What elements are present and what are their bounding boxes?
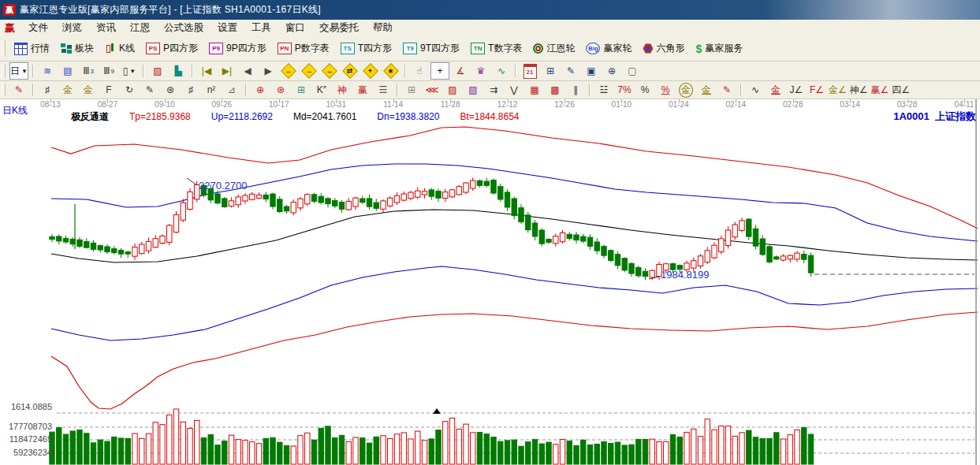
toolbar-t-square-button[interactable]: TST四方形	[335, 39, 397, 58]
stats-bars-button[interactable]: ☳	[594, 81, 613, 99]
toolbar-gann-wheel-button[interactable]: 江恩轮	[527, 39, 580, 58]
drag-hand-button[interactable]: ☝	[410, 62, 429, 80]
menu-trade[interactable]: 交易委托	[312, 21, 366, 35]
box-select-button[interactable]: ⊞	[402, 81, 421, 99]
shift-right-button[interactable]: →	[300, 62, 319, 80]
shen-tool-button[interactable]: 神	[333, 81, 352, 99]
expand-bars-button[interactable]: +	[361, 62, 380, 80]
toolbar-winner-wheel-button[interactable]: Big赢家轮	[580, 39, 637, 58]
bars-9-button[interactable]: Ⅲ9	[99, 62, 118, 80]
circle-cross-button[interactable]: ⊕	[251, 81, 270, 99]
notes-button[interactable]: ✎	[561, 62, 580, 80]
period-day-dropdown-button[interactable]: 日▼	[9, 62, 28, 80]
fib-grid-button[interactable]: F	[99, 81, 118, 99]
toolbar-hexagon-button[interactable]: 六角形	[637, 39, 690, 58]
pen-grid-button[interactable]: ✎	[140, 81, 159, 99]
k-marks-button[interactable]: K″	[312, 81, 331, 99]
gann-grid-button[interactable]: ♯	[38, 81, 57, 99]
angle-measure-button[interactable]: ∡	[451, 62, 470, 80]
price-grid-1-button[interactable]: ▦	[525, 81, 544, 99]
gold-circle-button[interactable]: 金	[676, 81, 695, 99]
fan-lines-button[interactable]: ⋘	[423, 81, 442, 99]
web-update-button[interactable]: ⊕	[602, 62, 621, 80]
wave-overlay-button[interactable]: ∿	[746, 81, 765, 99]
candle-style-dropdown-button[interactable]: ▯▼	[120, 62, 139, 80]
shen-angle-button[interactable]: 神∠	[849, 81, 869, 99]
gann-circle-button[interactable]: ⊛	[161, 81, 180, 99]
zoom-horizontal-button[interactable]: ↔	[320, 62, 339, 80]
ruler-button[interactable]: ☰	[374, 81, 393, 99]
spiral-button[interactable]: ↻	[120, 81, 139, 99]
toolbar-t-number-table-button[interactable]: TNT数字表	[465, 39, 527, 58]
menu-browse[interactable]: 浏览	[55, 21, 89, 35]
percent-button[interactable]: %	[635, 81, 654, 99]
toolbar-9t-square-button[interactable]: T99T四方形	[397, 39, 465, 58]
toolbar-p-square-button[interactable]: PSP四方形	[140, 39, 203, 58]
four-angle-icon: 四∠	[892, 84, 910, 97]
percent-7-button[interactable]: 7%	[615, 81, 634, 99]
date-axis[interactable]: 08-1308-2709-1009-2610-1710-3111-1411-28…	[0, 99, 980, 110]
full-view-button[interactable]: ∗	[382, 62, 401, 80]
time-grid-icon: ♯	[188, 84, 193, 95]
menu-window[interactable]: 窗口	[278, 21, 312, 35]
menu-gann[interactable]: 江恩	[123, 21, 157, 35]
fan-box-2-button[interactable]: ▧	[464, 81, 483, 99]
calculator-button[interactable]: ⊞	[541, 62, 560, 80]
toolbar-sectors-button[interactable]: 板块	[55, 39, 99, 58]
angle-fan-button[interactable]: ⊿	[222, 81, 241, 99]
gold-grid-1-button[interactable]: 金	[58, 81, 77, 99]
kline-settings-button[interactable]: ▨	[148, 62, 167, 80]
save-button[interactable]: ▣	[582, 62, 601, 80]
price-grid-2-button[interactable]: ▩	[546, 81, 565, 99]
percent-line-button[interactable]: %	[656, 81, 675, 99]
toolbar-winner-service-button[interactable]: $赢家服务	[690, 39, 748, 58]
menu-file[interactable]: 文件	[21, 21, 55, 35]
menu-help[interactable]: 帮助	[366, 21, 400, 35]
menu-settings[interactable]: 设置	[211, 21, 244, 35]
time-grid-button[interactable]: ♯	[181, 81, 200, 99]
menu-news[interactable]: 资讯	[89, 21, 123, 35]
toolbar-quotes-button[interactable]: 行情	[9, 39, 55, 58]
win-tool-button[interactable]: 赢	[353, 81, 372, 99]
menu-formula-picker[interactable]: 公式选股	[157, 21, 211, 35]
compress-bars-button[interactable]: ⇄	[341, 62, 360, 80]
toolbar-kline-button[interactable]: K线	[99, 39, 140, 58]
gold-grid-2-button[interactable]: 金	[79, 81, 98, 99]
wave-scribble-button[interactable]: ∿	[492, 62, 511, 80]
title-bar[interactable]: 赢 赢家江恩专业版[赢家内部服务平台] - [上证指数 SH1A0001-167…	[0, 0, 980, 20]
four-angle-button[interactable]: 四∠	[891, 81, 911, 99]
win-angle-button[interactable]: 赢∠	[870, 81, 890, 99]
marker-pen-button[interactable]: ✎	[717, 81, 736, 99]
crosshair-button[interactable]: +	[430, 62, 449, 80]
trend-arrows-button[interactable]: ⇉	[484, 81, 503, 99]
gann-head-button[interactable]: ♛	[471, 62, 490, 80]
toolbar-p-number-table-button[interactable]: PNP数字表	[272, 39, 335, 58]
star-circle-button[interactable]: ⊛	[271, 81, 290, 99]
prev-bar-button[interactable]: ◀	[238, 62, 257, 80]
gold-angle-button[interactable]: 金∠	[828, 81, 848, 99]
n-square-button[interactable]: n²	[202, 81, 221, 99]
zigzag-button[interactable]: ⋁	[505, 81, 524, 99]
fan-box-1-button[interactable]: ▨	[443, 81, 462, 99]
brush-button[interactable]: ✎	[9, 81, 28, 99]
info-panel-button[interactable]: ▤	[58, 62, 77, 80]
next-bar-button[interactable]: ▶	[259, 62, 278, 80]
last-page-button[interactable]: ▶|	[218, 62, 237, 80]
gold-line-button[interactable]: 金	[697, 81, 716, 99]
grid-box-button[interactable]: ⊞	[292, 81, 311, 99]
toolbar-9p-square-button[interactable]: P99P四方形	[203, 39, 272, 58]
gold-angle-box-button[interactable]: 金	[766, 81, 785, 99]
shift-left-button[interactable]: ←	[279, 62, 298, 80]
chart-canvas[interactable]: 2270.27001984.8199	[0, 99, 980, 465]
calendar-button[interactable]: 21	[520, 62, 539, 80]
parallel-lines-button[interactable]: ∥	[566, 81, 585, 99]
j-angle-button[interactable]: J∠	[787, 81, 806, 99]
first-page-button[interactable]: |◀	[197, 62, 216, 80]
chip-distribution-button[interactable]: ≋	[38, 62, 57, 80]
menu-tools[interactable]: 工具	[244, 21, 278, 35]
remote-pc-button[interactable]: ▢	[623, 62, 642, 80]
indicator-row: 极反通道 Tp=2185.9368Up=2118.2692Md=2041.760…	[0, 110, 976, 123]
f-angle-button[interactable]: F∠	[807, 81, 826, 99]
bars-3-button[interactable]: Ⅲ3	[79, 62, 98, 80]
volume-histogram-button[interactable]: ▙	[169, 62, 188, 80]
